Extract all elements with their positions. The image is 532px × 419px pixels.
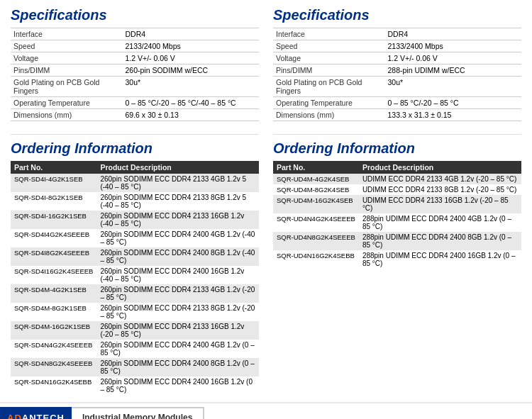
table-row: Speed2133/2400 Mbps <box>11 40 259 52</box>
table-row: Pins/DIMM288-pin UDIMM w/ECC <box>273 65 521 77</box>
product-description: 260pin SODIMM ECC DDR4 2400 8GB 1.2v (-4… <box>96 247 259 266</box>
list-item: SQR-SD4I16G2K4SEEEB260pin SODIMM ECC DDR… <box>11 266 259 284</box>
spec-value: 2133/2400 Mbps <box>123 40 260 52</box>
list-item: SQR-SD4I-16G2K1SEB260pin SODIMM ECC DDR4… <box>11 211 259 229</box>
table-row: Gold Plating on PCB Gold Fingers30u* <box>273 77 521 97</box>
right-divider <box>273 134 521 135</box>
spec-label: Operating Temperature <box>11 97 123 109</box>
part-number: SQR-SD4I8G2K4SEEEB <box>11 247 96 266</box>
column-header: Product Description <box>359 161 521 174</box>
spec-label: Interface <box>273 28 385 40</box>
spec-label: Speed <box>273 40 385 52</box>
list-item: SQR-UD4N8G2K4SEEEB288pin UDIMM ECC DDR4 … <box>273 232 521 250</box>
part-number: SQR-SD4I-16G2K1SEB <box>11 211 96 229</box>
list-item: SQR-SD4M-16G2K1SEB260pin SODIMM ECC DDR4… <box>11 321 259 340</box>
product-description: UDIMM ECC DDR4 2133 4GB 1.2v (-20 – 85 °… <box>359 174 521 184</box>
list-item: SQR-SD4N16G2K4SEBB260pin SODIMM ECC DDR4… <box>11 376 259 395</box>
spec-label: Pins/DIMM <box>273 65 385 77</box>
part-number: SQR-SD4I16G2K4SEEEB <box>11 266 96 284</box>
right-spec-title: Specifications <box>273 7 521 23</box>
table-row: InterfaceDDR4 <box>273 28 521 40</box>
table-row: Dimensions (mm)133.3 x 31.3 ± 0.15 <box>273 109 521 121</box>
list-item: SQR-SD4I-8G2K1SEB260pin SODIMM ECC DDR4 … <box>11 192 259 211</box>
left-ordering-title: Ordering Information <box>11 140 259 157</box>
list-item: SQR-SD4N8G2K4SEEEB260pin SODIMM ECC DDR4… <box>11 358 259 376</box>
right-ordering-title: Ordering Information <box>273 140 521 157</box>
product-description: 260pin SODIMM ECC DDR4 2400 8GB 1.2v (0 … <box>96 358 259 376</box>
logo-suffix: ANTECH <box>22 413 65 420</box>
left-order-table: Part No.Product Description SQR-SD4I-4G2… <box>11 161 259 395</box>
list-item: SQR-UD4M-16G2K4SEBUDIMM ECC DDR4 2133 16… <box>273 195 521 213</box>
spec-value: 133.3 x 31.3 ± 0.15 <box>385 109 522 121</box>
part-number: SQR-SD4M-4G2K1SEB <box>11 284 96 303</box>
left-divider <box>11 134 259 135</box>
product-description: 260pin SODIMM ECC DDR4 2133 16GB 1.2v (-… <box>96 211 259 229</box>
table-row: Operating Temperature0 – 85 °C/-20 – 85 … <box>11 97 259 109</box>
footer: ADANTECH Industrial Memory Modules All p… <box>0 402 532 419</box>
product-description: 260pin SODIMM ECC DDR4 2400 4GB 1.2v (0 … <box>96 340 259 358</box>
spec-value: 30u* <box>123 77 260 97</box>
main-content: Specifications InterfaceDDR4Speed2133/24… <box>0 0 532 419</box>
list-item: SQR-SD4M-4G2K1SEB260pin SODIMM ECC DDR4 … <box>11 284 259 303</box>
spec-value: 69.6 x 30 ± 0.13 <box>123 109 260 121</box>
right-order-table: Part No.Product Description SQR-UD4M-4G2… <box>273 161 521 269</box>
list-item: SQR-UD4M-4G2K4SEBUDIMM ECC DDR4 2133 4GB… <box>273 174 521 184</box>
part-number: SQR-SD4N16G2K4SEBB <box>11 376 96 395</box>
column-header: Part No. <box>273 161 359 174</box>
spec-value: 0 – 85 °C/-20 – 85 °C <box>385 97 522 109</box>
spec-value: 288-pin UDIMM w/ECC <box>385 65 522 77</box>
part-number: SQR-SD4N8G2K4SEEEB <box>11 358 96 376</box>
part-number: SQR-UD4M-8G2K4SEB <box>273 184 359 195</box>
list-item: SQR-SD4M-8G2K1SEB260pin SODIMM ECC DDR4 … <box>11 303 259 321</box>
part-number: SQR-SD4M-16G2K1SEB <box>11 321 96 340</box>
product-description: 260pin SODIMM ECC DDR4 2400 16GB 1.2v (0… <box>96 376 259 395</box>
footer-inner: ADANTECH Industrial Memory Modules All p… <box>0 403 532 419</box>
product-description: 260pin SODIMM ECC DDR4 2133 4GB 1.2v (-2… <box>96 284 259 303</box>
spec-value: 260-pin SODIMM w/ECC <box>123 65 260 77</box>
logo-prefix: AD <box>7 413 22 420</box>
list-item: SQR-SD4I-4G2K1SEB260pin SODIMM ECC DDR4 … <box>11 174 259 192</box>
product-description: UDIMM ECC DDR4 2133 16GB 1.2v (-20 – 85 … <box>359 195 521 213</box>
part-number: SQR-UD4N16G2K4SEBB <box>273 250 359 269</box>
spec-label: Interface <box>11 28 123 40</box>
list-item: SQR-SD4I8G2K4SEEEB260pin SODIMM ECC DDR4… <box>11 247 259 266</box>
footer-top: ADANTECH Industrial Memory Modules <box>0 407 532 419</box>
product-description: 260pin SODIMM ECC DDR4 2133 16GB 1.2v (-… <box>96 321 259 340</box>
spec-label: Gold Plating on PCB Gold Fingers <box>273 77 385 97</box>
part-number: SQR-SD4M-8G2K1SEB <box>11 303 96 321</box>
spec-label: Dimensions (mm) <box>11 109 123 121</box>
column-header: Product Description <box>96 161 259 174</box>
right-spec-table: InterfaceDDR4Speed2133/2400 MbpsVoltage1… <box>273 28 521 121</box>
product-description: 288pin UDIMM ECC DDR4 2400 16GB 1.2v (0 … <box>359 250 521 269</box>
spec-value: DDR4 <box>123 28 260 40</box>
product-description: 260pin SODIMM ECC DDR4 2400 16GB 1.2v (-… <box>96 266 259 284</box>
part-number: SQR-UD4M-4G2K4SEB <box>273 174 359 184</box>
spec-label: Dimensions (mm) <box>273 109 385 121</box>
footer-logo: ADANTECH <box>0 407 72 419</box>
part-number: SQR-SD4I4G2K4SEEEB <box>11 229 96 247</box>
product-description: 288pin UDIMM ECC DDR4 2400 8GB 1.2v (0 –… <box>359 232 521 250</box>
spec-label: Pins/DIMM <box>11 65 123 77</box>
list-item: SQR-SD4I4G2K4SEEEB260pin SODIMM ECC DDR4… <box>11 229 259 247</box>
spec-value: 30u* <box>385 77 522 97</box>
left-spec-title: Specifications <box>11 7 259 23</box>
spec-value: 1.2 V+/- 0.06 V <box>123 52 260 65</box>
spec-label: Voltage <box>273 52 385 65</box>
table-row: InterfaceDDR4 <box>11 28 259 40</box>
column-header: Part No. <box>11 161 96 174</box>
part-number: SQR-SD4I-8G2K1SEB <box>11 192 96 211</box>
spec-value: DDR4 <box>385 28 522 40</box>
part-number: SQR-UD4N4G2K4SEEEB <box>273 213 359 232</box>
list-item: SQR-UD4N16G2K4SEBB288pin UDIMM ECC DDR4 … <box>273 250 521 269</box>
product-description: 260pin SODIMM ECC DDR4 2133 8GB 1.2v 5 (… <box>96 192 259 211</box>
list-item: SQR-UD4M-8G2K4SEBUDIMM ECC DDR4 2133 8GB… <box>273 184 521 195</box>
product-description: UDIMM ECC DDR4 2133 8GB 1.2v (-20 – 85 °… <box>359 184 521 195</box>
product-description: 260pin SODIMM ECC DDR4 2133 8GB 1.2v (-2… <box>96 303 259 321</box>
part-number: SQR-UD4N8G2K4SEEEB <box>273 232 359 250</box>
product-description: 260pin SODIMM ECC DDR4 2400 4GB 1.2v (-4… <box>96 229 259 247</box>
left-spec-table: InterfaceDDR4Speed2133/2400 MbpsVoltage1… <box>11 28 259 121</box>
spec-label: Speed <box>11 40 123 52</box>
list-item: SQR-SD4N4G2K4SEEEB260pin SODIMM ECC DDR4… <box>11 340 259 358</box>
table-row: Voltage1.2 V+/- 0.06 V <box>11 52 259 65</box>
table-row: Pins/DIMM260-pin SODIMM w/ECC <box>11 65 259 77</box>
